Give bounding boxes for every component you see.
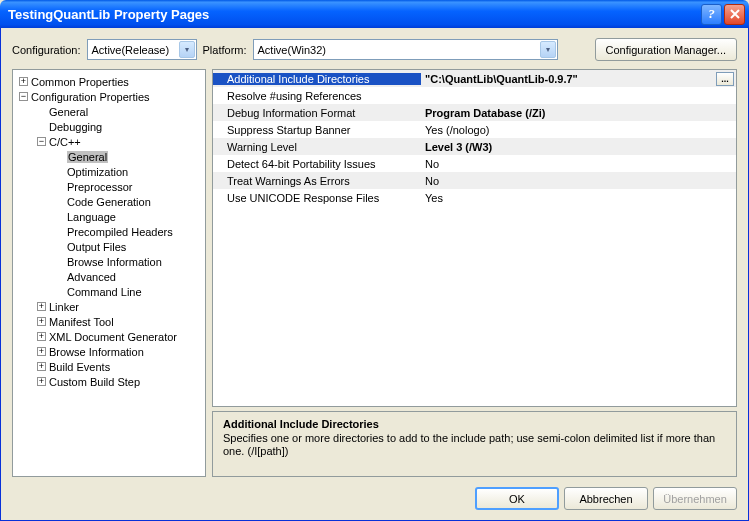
plus-icon[interactable]: + <box>37 302 46 311</box>
description-text: Specifies one or more directories to add… <box>223 432 726 458</box>
prop-row-suppress-startup-banner[interactable]: Suppress Startup BannerYes (/nologo) <box>213 121 736 138</box>
prop-row-additional-include-directories[interactable]: Additional Include Directories "C:\Quant… <box>213 70 736 87</box>
close-icon <box>730 9 740 19</box>
tree-item-precompiled-headers[interactable]: Precompiled Headers <box>13 224 205 239</box>
dialog-content: Configuration: Active(Release) ▾ Platfor… <box>0 28 749 521</box>
platform-combo[interactable]: Active(Win32) ▾ <box>253 39 558 60</box>
main-area: +Common Properties −Configuration Proper… <box>12 69 737 477</box>
tree-item-debugging[interactable]: Debugging <box>13 119 205 134</box>
description-panel: Additional Include Directories Specifies… <box>212 411 737 477</box>
configuration-label: Configuration: <box>12 44 81 56</box>
property-grid: Additional Include Directories "C:\Quant… <box>212 69 737 407</box>
tree-item-browse-information[interactable]: Browse Information <box>13 254 205 269</box>
tree-item-linker[interactable]: +Linker <box>13 299 205 314</box>
tree-item-xml-document-generator[interactable]: +XML Document Generator <box>13 329 205 344</box>
prop-label: Treat Warnings As Errors <box>213 175 421 187</box>
tree-item-general[interactable]: General <box>13 104 205 119</box>
help-button[interactable]: ? <box>701 4 722 25</box>
ok-button[interactable]: OK <box>475 487 559 510</box>
tree-item-output-files[interactable]: Output Files <box>13 239 205 254</box>
plus-icon[interactable]: + <box>37 362 46 371</box>
prop-label: Additional Include Directories <box>213 73 421 85</box>
tree-item-language[interactable]: Language <box>13 209 205 224</box>
prop-label: Detect 64-bit Portability Issues <box>213 158 421 170</box>
tree-item-optimization[interactable]: Optimization <box>13 164 205 179</box>
tree-item-cpp-general[interactable]: General <box>13 149 205 164</box>
plus-icon[interactable]: + <box>37 347 46 356</box>
prop-value[interactable]: Program Database (/Zi) <box>421 107 736 119</box>
tree-item-configuration-properties[interactable]: −Configuration Properties <box>13 89 205 104</box>
chevron-down-icon: ▾ <box>179 41 195 58</box>
prop-row-treat-warnings-as-errors[interactable]: Treat Warnings As ErrorsNo <box>213 172 736 189</box>
right-panel: Additional Include Directories "C:\Quant… <box>212 69 737 477</box>
tree-item-browse-information-2[interactable]: +Browse Information <box>13 344 205 359</box>
title-bar: TestingQuantLib Property Pages ? <box>0 0 749 28</box>
tree-panel: +Common Properties −Configuration Proper… <box>12 69 206 477</box>
tree-item-manifest-tool[interactable]: +Manifest Tool <box>13 314 205 329</box>
dialog-button-row: OK Abbrechen Übernehmen <box>12 487 737 510</box>
prop-value[interactable]: No <box>421 175 736 187</box>
close-button[interactable] <box>724 4 745 25</box>
minus-icon[interactable]: − <box>37 137 46 146</box>
plus-icon[interactable]: + <box>19 77 28 86</box>
prop-label: Resolve #using References <box>213 90 421 102</box>
titlebar-buttons: ? <box>701 4 745 25</box>
platform-label: Platform: <box>203 44 247 56</box>
prop-value[interactable]: Level 3 (/W3) <box>421 141 736 153</box>
cancel-button[interactable]: Abbrechen <box>564 487 648 510</box>
configuration-combo[interactable]: Active(Release) ▾ <box>87 39 197 60</box>
prop-row-use-unicode-response-files[interactable]: Use UNICODE Response FilesYes <box>213 189 736 206</box>
prop-label: Warning Level <box>213 141 421 153</box>
prop-value[interactable]: No <box>421 158 736 170</box>
tree-item-cpp[interactable]: −C/C++ <box>13 134 205 149</box>
prop-row-warning-level[interactable]: Warning LevelLevel 3 (/W3) <box>213 138 736 155</box>
apply-button[interactable]: Übernehmen <box>653 487 737 510</box>
plus-icon[interactable]: + <box>37 377 46 386</box>
prop-value[interactable]: "C:\QuantLib\QuantLib-0.9.7" ... <box>421 72 736 86</box>
configuration-manager-button[interactable]: Configuration Manager... <box>595 38 737 61</box>
prop-value[interactable]: Yes <box>421 192 736 204</box>
tree-item-code-generation[interactable]: Code Generation <box>13 194 205 209</box>
tree-item-preprocessor[interactable]: Preprocessor <box>13 179 205 194</box>
browse-button[interactable]: ... <box>716 72 734 86</box>
plus-icon[interactable]: + <box>37 332 46 341</box>
tree-item-command-line[interactable]: Command Line <box>13 284 205 299</box>
plus-icon[interactable]: + <box>37 317 46 326</box>
prop-label: Use UNICODE Response Files <box>213 192 421 204</box>
prop-row-debug-information-format[interactable]: Debug Information FormatProgram Database… <box>213 104 736 121</box>
platform-value: Active(Win32) <box>258 44 326 56</box>
prop-row-resolve-using-references[interactable]: Resolve #using References <box>213 87 736 104</box>
window-title: TestingQuantLib Property Pages <box>4 7 701 22</box>
prop-label: Debug Information Format <box>213 107 421 119</box>
tree-item-common-properties[interactable]: +Common Properties <box>13 74 205 89</box>
tree-item-build-events[interactable]: +Build Events <box>13 359 205 374</box>
description-title: Additional Include Directories <box>223 418 726 430</box>
prop-label: Suppress Startup Banner <box>213 124 421 136</box>
minus-icon[interactable]: − <box>19 92 28 101</box>
tree-item-advanced[interactable]: Advanced <box>13 269 205 284</box>
configuration-value: Active(Release) <box>92 44 170 56</box>
prop-row-detect-64bit-portability[interactable]: Detect 64-bit Portability IssuesNo <box>213 155 736 172</box>
tree-item-custom-build-step[interactable]: +Custom Build Step <box>13 374 205 389</box>
chevron-down-icon: ▾ <box>540 41 556 58</box>
prop-value[interactable]: Yes (/nologo) <box>421 124 736 136</box>
configuration-row: Configuration: Active(Release) ▾ Platfor… <box>12 38 737 61</box>
